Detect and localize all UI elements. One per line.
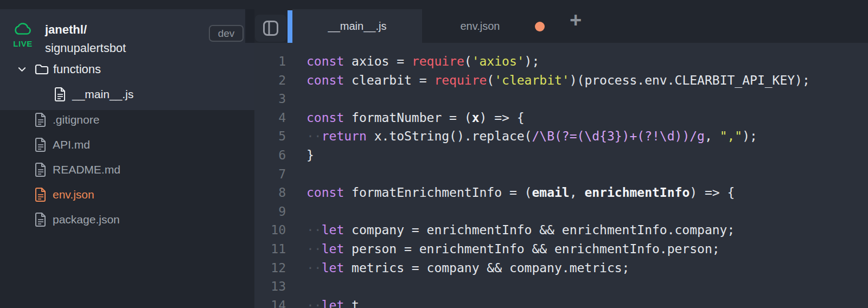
sidebar-item-gitignore[interactable]: .gitignore <box>0 107 254 132</box>
code-area[interactable]: 1const axios = require('axios');2const c… <box>254 43 868 308</box>
folder-label: functions <box>53 62 101 76</box>
code-text: const formatNumber = (x) => { <box>307 108 525 127</box>
sidebar-folder-functions[interactable]: functions <box>0 57 254 81</box>
chevron-down-icon <box>18 67 26 72</box>
file-icon <box>35 213 47 227</box>
file-label: __main__.js <box>72 88 133 101</box>
file-icon <box>35 138 47 152</box>
file-icon <box>35 113 47 127</box>
new-tab-button[interactable]: + <box>566 0 585 43</box>
line-number: 8 <box>254 183 286 202</box>
env-badge: dev <box>209 25 244 42</box>
code-line: 12··let metrics = company && company.met… <box>254 259 868 278</box>
sidebar-item-env-json[interactable]: env.json <box>0 182 254 207</box>
code-line: 11··let person = enrichmentInfo && enric… <box>254 240 868 259</box>
sidebar-layout-icon <box>263 20 279 36</box>
file-label: env.json <box>53 188 94 201</box>
line-number: 10 <box>254 221 286 240</box>
project-owner[interactable]: janethl/ <box>45 23 87 37</box>
code-line: 2const clearbit = require('clearbit')(pr… <box>254 71 868 90</box>
code-line: 6} <box>254 146 868 165</box>
sidebar-item-package-json[interactable]: package.json <box>0 207 254 232</box>
file-icon <box>35 188 47 202</box>
code-text: ··return x.toString().replace(/\B(?=(\d{… <box>307 127 757 146</box>
line-number: 6 <box>254 146 286 165</box>
code-text: const formatEnrichmentInfo = (email, enr… <box>307 183 735 202</box>
cloud-icon <box>12 22 33 36</box>
code-text: ··let t <box>307 296 359 308</box>
file-label: README.md <box>53 163 120 176</box>
code-line: 13 <box>254 277 868 296</box>
file-label: .gitignore <box>53 113 99 126</box>
sidebar-item-API-md[interactable]: API.md <box>0 132 254 157</box>
line-number: 9 <box>254 202 286 221</box>
line-number: 7 <box>254 165 286 184</box>
file-label: API.md <box>53 138 90 151</box>
sidebar-edge-shadow <box>245 9 254 43</box>
code-line: 7 <box>254 165 868 184</box>
file-icon <box>35 163 47 177</box>
active-tab-indicator <box>288 10 292 43</box>
file-icon <box>54 87 66 101</box>
code-text: ··let company = enrichmentInfo && enrich… <box>307 221 735 240</box>
code-line: 8const formatEnrichmentInfo = (email, en… <box>254 183 868 202</box>
file-label: package.json <box>53 213 120 226</box>
sidebar-toggle-button[interactable] <box>255 15 286 42</box>
live-label: LIVE <box>10 39 36 48</box>
code-line: 5··return x.toString().replace(/\B(?=(\d… <box>254 127 868 146</box>
code-line: 4const formatNumber = (x) => { <box>254 108 868 127</box>
line-number: 14 <box>254 296 286 308</box>
code-line: 14··let t <box>254 296 868 308</box>
line-number: 4 <box>254 108 286 127</box>
code-line: 1const axios = require('axios'); <box>254 52 868 71</box>
tab-bar: __main__.js env.json + <box>254 0 868 43</box>
code-text: const axios = require('axios'); <box>307 52 539 71</box>
line-number: 11 <box>254 240 286 259</box>
line-number: 13 <box>254 277 286 296</box>
line-number: 1 <box>254 52 286 71</box>
sidebar-item-README-md[interactable]: README.md <box>0 157 254 182</box>
code-text: } <box>307 146 314 165</box>
tab-env-json[interactable]: env.json <box>434 9 526 43</box>
code-line: 3 <box>254 89 868 108</box>
code-text: ··let metrics = company && company.metri… <box>307 259 629 278</box>
unsaved-changes-dot <box>535 22 545 31</box>
code-line: 10··let company = enrichmentInfo && enri… <box>254 221 868 240</box>
line-number: 3 <box>254 89 286 108</box>
line-number: 12 <box>254 259 286 278</box>
project-name[interactable]: signupalertsbot <box>45 41 126 55</box>
code-line: 9 <box>254 202 868 221</box>
code-text: const clearbit = require('clearbit')(pro… <box>307 71 810 90</box>
tab-main-js[interactable]: __main__.js <box>292 9 422 43</box>
sidebar: LIVE janethl/ signupalertsbot dev functi… <box>0 0 254 308</box>
code-text: ··let person = enrichmentInfo && enrichm… <box>307 240 720 259</box>
sidebar-item-main-js[interactable]: __main__.js <box>0 82 254 106</box>
live-indicator: LIVE <box>10 22 36 48</box>
folder-icon <box>35 64 49 75</box>
line-number: 5 <box>254 127 286 146</box>
line-number: 2 <box>254 71 286 90</box>
